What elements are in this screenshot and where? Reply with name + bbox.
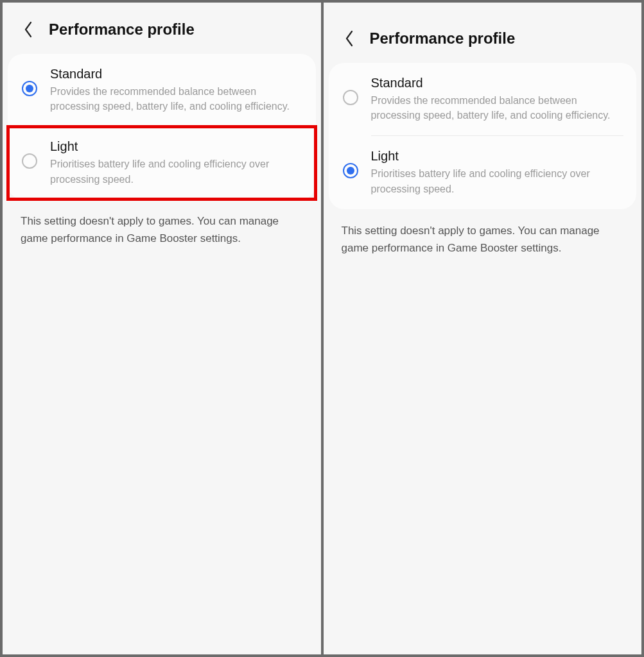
footer-note: This setting doesn't apply to games. You…	[3, 200, 321, 247]
option-text: Light Prioritises battery life and cooli…	[50, 139, 303, 186]
radio-light[interactable]	[343, 163, 358, 178]
header: Performance profile	[3, 3, 321, 54]
option-title: Standard	[50, 67, 303, 81]
header: Performance profile	[324, 12, 642, 63]
option-title: Light	[371, 149, 624, 164]
options-card: Standard Provides the recommended balanc…	[329, 63, 637, 209]
option-light[interactable]: Light Prioritises battery life and cooli…	[329, 136, 637, 209]
settings-panel-left: Performance profile Standard Provides th…	[3, 3, 321, 654]
option-text: Standard Provides the recommended balanc…	[371, 76, 624, 123]
options-card: Standard Provides the recommended balanc…	[8, 54, 316, 200]
option-desc: Prioritises battery life and cooling eff…	[371, 166, 624, 196]
option-desc: Provides the recommended balance between…	[371, 93, 624, 123]
settings-panel-right: Performance profile Standard Provides th…	[324, 3, 642, 654]
option-text: Standard Provides the recommended balanc…	[50, 67, 303, 114]
back-icon[interactable]	[22, 23, 35, 36]
page-title: Performance profile	[370, 30, 516, 47]
option-text: Light Prioritises battery life and cooli…	[371, 149, 624, 196]
option-standard[interactable]: Standard Provides the recommended balanc…	[329, 63, 637, 135]
option-desc: Prioritises battery life and cooling eff…	[50, 157, 303, 186]
footer-note: This setting doesn't apply to games. You…	[324, 209, 642, 257]
option-title: Standard	[371, 76, 624, 90]
option-standard[interactable]: Standard Provides the recommended balanc…	[8, 54, 316, 126]
option-desc: Provides the recommended balance between…	[50, 84, 303, 114]
page-title: Performance profile	[49, 21, 195, 38]
back-icon[interactable]	[343, 32, 356, 45]
radio-light[interactable]	[22, 153, 37, 169]
option-light[interactable]: Light Prioritises battery life and cooli…	[8, 126, 316, 199]
option-title: Light	[50, 139, 303, 154]
radio-standard[interactable]	[22, 81, 37, 96]
radio-standard[interactable]	[343, 90, 358, 105]
